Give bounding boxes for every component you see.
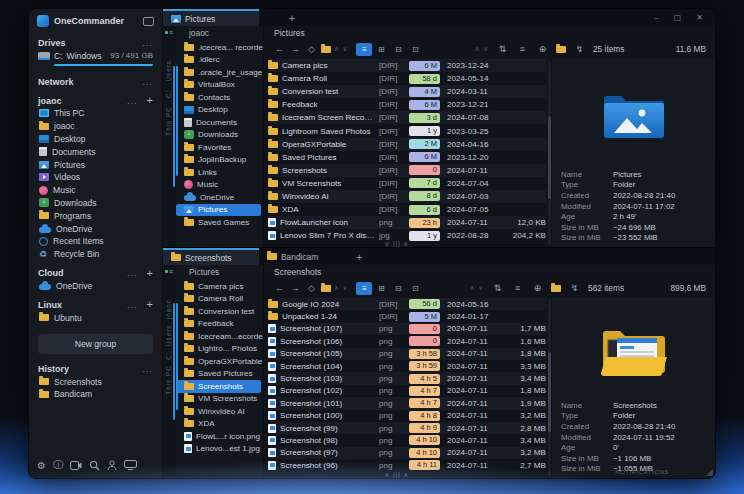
section-menu-icon[interactable]: ... — [127, 96, 138, 106]
back-icon[interactable]: ← — [273, 283, 286, 293]
file-row[interactable]: FlowLauncher iconpng23 h 492024-07-1112,… — [268, 216, 546, 229]
sidebar-item-this-pc[interactable]: This PC — [38, 107, 153, 120]
tree-item-virtualbox[interactable]: VirtualBox — [176, 79, 263, 92]
file-row[interactable]: Screenshot (98)png4 h 102024-07-113,4 MB — [268, 434, 546, 446]
file-row[interactable]: Camera Roll[DIR]58 d2024-05-14 — [268, 72, 546, 85]
new-tab-button[interactable]: + — [346, 248, 372, 265]
section-add-icon[interactable]: + — [147, 96, 153, 105]
info-icon[interactable]: ⓘ — [53, 458, 63, 472]
sort-chevrons-icon[interactable]: ∧ ∨ — [334, 45, 348, 53]
column-chevrons-icon[interactable]: ∧ ∨ — [475, 45, 489, 53]
tree-item-camera-pics[interactable]: Camera pics — [176, 280, 263, 293]
tree-item-joplinbackup[interactable]: JoplinBackup — [176, 154, 263, 167]
notifications-label[interactable]: NOTIFICATIONS — [615, 469, 669, 475]
tree-item-conversion-test[interactable]: Conversion test — [176, 305, 263, 318]
filter-icon[interactable]: ↯ — [573, 44, 586, 54]
section-menu-icon[interactable]: ... — [127, 300, 138, 310]
display-icon[interactable] — [124, 460, 137, 470]
details-view-button[interactable]: ≡ — [356, 43, 372, 56]
layout-toggle-icon[interactable] — [143, 17, 154, 26]
list-scrollbar[interactable] — [548, 299, 551, 476]
filter-icon[interactable]: ↯ — [568, 283, 581, 293]
tree-item-music[interactable]: Music — [176, 179, 263, 192]
tree-item-onedrive[interactable]: OneDrive — [176, 191, 263, 204]
columns-view-button[interactable]: ⊟ — [390, 43, 406, 56]
maximize-button[interactable]: ▢ — [674, 13, 682, 22]
tree-item-links[interactable]: Links — [176, 166, 263, 179]
file-row[interactable]: Screenshot (104)png3 h 592024-07-113,3 M… — [268, 360, 546, 372]
sidebar-item-videos[interactable]: Videos — [38, 171, 153, 184]
tree-item--oracle-jre-usage[interactable]: .oracle_jre_usage — [176, 66, 263, 79]
strip-scrollbar[interactable] — [173, 303, 175, 420]
sidebar-item-bandicam[interactable]: Bandicam — [38, 388, 153, 401]
file-row[interactable]: VM Screenshots[DIR]7 d2024-07-04 — [268, 177, 546, 190]
tree-item-operagxportable[interactable]: OperaGXPortable — [176, 355, 263, 368]
drive-item-c[interactable]: C:Windows93 / 491 GB — [38, 49, 153, 62]
file-row[interactable]: Unpacked 1-24[DIR]5 M2024-01-17 — [268, 310, 546, 322]
file-row[interactable]: Screenshot (100)png4 h 82024-07-113,2 MB — [268, 410, 546, 422]
window-resize-grip[interactable] — [706, 469, 713, 476]
view-options-icon[interactable]: ≡ — [516, 44, 529, 54]
columns-view-button[interactable]: ⊟ — [390, 282, 406, 295]
parent-folder-icon[interactable] — [321, 46, 331, 53]
list-scroll-indicator[interactable]: ∨ ||| ∧ — [385, 471, 410, 478]
sidebar-item-downloads[interactable]: Downloads — [38, 197, 153, 210]
folder-ops-icon[interactable] — [556, 46, 566, 53]
strip-scrollbar[interactable] — [173, 66, 175, 188]
tree-item-xda[interactable]: XDA — [176, 418, 263, 431]
sidebar-item-documents[interactable]: Documents — [38, 145, 153, 158]
tree-item-lightro-photos[interactable]: Lightro... Photos — [176, 343, 263, 356]
new-item-icon[interactable]: ⊕ — [531, 283, 544, 293]
content-view-button[interactable]: ⊞ — [373, 43, 389, 56]
file-row[interactable]: Icecream Screen Recorder[DIR]3 d2024-07-… — [268, 111, 546, 124]
column-chevrons-icon[interactable]: ∧ ∨ — [470, 284, 484, 292]
file-row[interactable]: Screenshot (105)png3 h 582024-07-111,8 M… — [268, 348, 546, 360]
file-row[interactable]: OperaGXPortable[DIR]2 M2024-04-16 — [268, 138, 546, 151]
section-add-icon[interactable]: + — [147, 269, 153, 278]
section-add-icon[interactable]: + — [147, 300, 153, 309]
sort-chevrons-icon[interactable]: ∧ ∨ — [334, 284, 348, 292]
new-item-icon[interactable]: ⊕ — [536, 44, 549, 54]
tab-pictures[interactable]: Pictures — [163, 9, 259, 26]
sidebar-item-onedrive[interactable]: OneDrive — [38, 280, 153, 293]
sidebar-item-music[interactable]: Music — [38, 184, 153, 197]
tree-item-saved-games[interactable]: Saved Games — [176, 216, 263, 229]
file-row[interactable]: Screenshot (97)png4 h 102024-07-113,2 MB — [268, 447, 546, 459]
close-button[interactable]: ✕ — [696, 13, 703, 22]
tree-item-camera-roll[interactable]: Camera Roll — [176, 293, 263, 306]
search-icon[interactable] — [89, 460, 100, 471]
sidebar-item-ubuntu[interactable]: Ubuntu — [38, 311, 153, 324]
folder-ops-icon[interactable] — [551, 285, 561, 292]
sidebar-item-programs[interactable]: Programs — [38, 209, 153, 222]
file-row[interactable]: Camera pics[DIR]6 M2023-12-24 — [268, 59, 546, 72]
tree-item-pictures[interactable]: Pictures — [176, 204, 261, 217]
file-row[interactable]: Screenshot (96)png4 h 112024-07-112,7 MB — [268, 459, 546, 471]
section-menu-icon[interactable]: ... — [127, 268, 138, 278]
section-menu-icon[interactable]: ... — [142, 364, 153, 374]
new-group-button[interactable]: New group — [38, 334, 153, 354]
favorites-icon[interactable]: ◇ — [305, 283, 318, 293]
tree-item-saved-pictures[interactable]: Saved Pictures — [176, 368, 263, 381]
section-menu-icon[interactable]: ... — [142, 77, 153, 87]
sidebar-item-recycle-bin[interactable]: ♻Recycle Bin — [38, 248, 153, 261]
list-scrollbar[interactable] — [548, 60, 551, 245]
file-row[interactable]: Conversion test[DIR]4 M2024-03-11 — [268, 85, 546, 98]
minimize-button[interactable]: – — [654, 13, 658, 22]
content-view-button[interactable]: ⊞ — [373, 282, 389, 295]
file-row[interactable]: Screenshot (101)png4 h 72024-07-111,9 MB — [268, 397, 546, 409]
path-strip[interactable]: ≡This PC C: Users joaoc — [163, 265, 176, 478]
favorites-icon[interactable]: ◇ — [305, 44, 318, 54]
file-row[interactable]: Feedback[DIR]6 M2023-12-21 — [268, 98, 546, 111]
tree-item-favorites[interactable]: Favorites — [176, 141, 263, 154]
sidebar-item-desktop[interactable]: Desktop — [38, 133, 153, 146]
tree-item-winxvideo-ai[interactable]: Winxvideo AI — [176, 405, 263, 418]
tree-item-screenshots[interactable]: Screenshots — [176, 380, 261, 393]
forward-icon[interactable]: → — [289, 44, 302, 54]
file-row[interactable]: Lightroom Saved Photos[DIR]1 y2023-03-25 — [268, 124, 546, 137]
tree-item-lenovo-est-1-jpg[interactable]: Lenovo...est 1.jpg — [176, 443, 263, 456]
file-row[interactable]: Google IO 2024[DIR]56 d2024-05-16 — [268, 298, 546, 310]
sort-icon[interactable]: ⇅ — [496, 44, 509, 54]
tree-item-icecream-ecorder[interactable]: Icecream...ecorder — [176, 330, 263, 343]
file-row[interactable]: Screenshot (102)png4 h 72024-07-111,8 MB — [268, 385, 546, 397]
file-row[interactable]: Screenshot (99)png4 h 92024-07-112,8 MB — [268, 422, 546, 434]
